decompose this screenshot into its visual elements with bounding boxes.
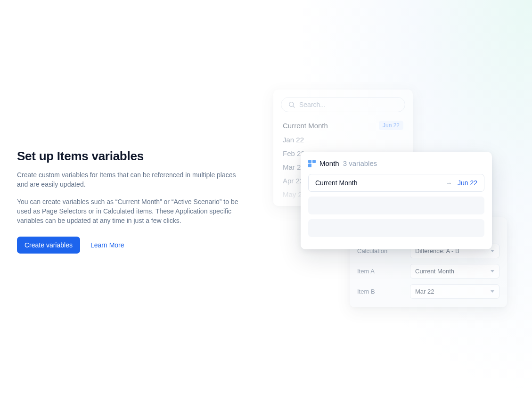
- arrow-right-icon: →: [446, 180, 452, 187]
- list-item[interactable]: Jan 22: [273, 133, 413, 147]
- variables-panel-title: Month: [319, 159, 339, 167]
- variable-row[interactable]: Current Month → Jun 22: [308, 174, 484, 192]
- variable-row-empty: [308, 219, 484, 237]
- svg-point-0: [289, 102, 294, 107]
- learn-more-link[interactable]: Learn More: [90, 241, 124, 249]
- app-icon: [308, 160, 316, 167]
- variables-panel-header: Month 3 variables: [308, 159, 484, 167]
- list-item[interactable]: Current Month Jun 22: [273, 118, 413, 133]
- calc-row-item-b: Item B Mar 22: [357, 284, 499, 299]
- search-icon: [288, 101, 295, 108]
- calc-label: Item A: [357, 268, 402, 275]
- svg-line-1: [293, 106, 295, 107]
- variable-name: Current Month: [315, 179, 357, 187]
- chevron-down-icon: [491, 290, 494, 293]
- calc-label: Item B: [357, 288, 402, 295]
- calc-row-item-a: Item A Current Month: [357, 264, 499, 279]
- variables-panel-subtitle: 3 variables: [343, 159, 377, 167]
- month-badge: Jun 22: [379, 121, 403, 130]
- hero-paragraph-1: Create custom variables for Items that c…: [17, 170, 248, 189]
- variables-panel: Month 3 variables Current Month → Jun 22: [301, 152, 492, 249]
- hero-paragraph-2: You can create variables such as “Curren…: [17, 197, 248, 226]
- search-input[interactable]: Search...: [281, 97, 405, 112]
- page-title: Set up Items variables: [17, 149, 248, 164]
- month-label: Current Month: [283, 122, 328, 130]
- hero-actions: Create variables Learn More: [17, 237, 248, 254]
- create-variables-button[interactable]: Create variables: [17, 237, 80, 254]
- chevron-down-icon: [491, 250, 494, 252]
- select-value: Current Month: [415, 268, 454, 275]
- item-a-select[interactable]: Current Month: [410, 264, 499, 279]
- variable-value: Jun 22: [458, 179, 477, 187]
- variable-row-empty: [308, 197, 484, 214]
- chevron-down-icon: [491, 270, 494, 272]
- search-placeholder: Search...: [299, 101, 326, 108]
- hero-content: Set up Items variables Create custom var…: [17, 149, 248, 254]
- month-label: Jan 22: [283, 136, 304, 144]
- select-value: Mar 22: [415, 288, 434, 295]
- item-b-select[interactable]: Mar 22: [410, 284, 499, 299]
